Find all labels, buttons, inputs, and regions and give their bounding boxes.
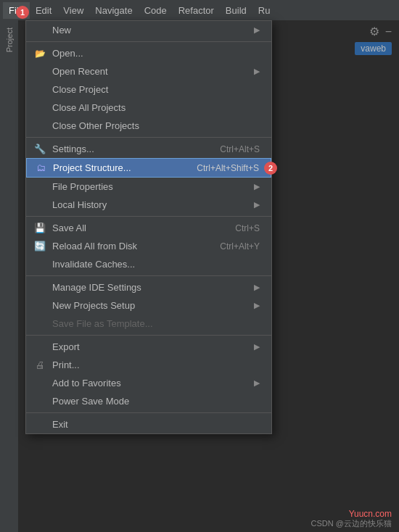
menu-item-settings[interactable]: 🔧 Settings... Ctrl+Alt+S xyxy=(26,140,271,158)
watermark-csdn: CSDN @云边的快乐猫 xyxy=(311,518,392,529)
save-all-shortcut: Ctrl+S xyxy=(221,223,260,233)
menubar-item-file[interactable]: File 1 xyxy=(3,2,30,19)
folder-icon: 📂 xyxy=(33,47,46,60)
settings-shortcut: Ctrl+Alt+S xyxy=(205,144,260,154)
separator-1 xyxy=(26,41,271,42)
file-properties-label: File Properties xyxy=(52,181,113,192)
menu-item-close-other[interactable]: Close Other Projects xyxy=(26,117,271,135)
menubar-item-run[interactable]: Ru xyxy=(252,2,276,19)
top-right-actions: ⚙ − xyxy=(369,25,392,38)
project-name-text: vaweb xyxy=(361,43,386,54)
print-label: Print... xyxy=(52,359,80,370)
menu-bar: File 1 Edit View Navigate Code Refactor … xyxy=(0,0,399,20)
menu-item-new-projects[interactable]: New Projects Setup ▶ xyxy=(26,296,271,315)
project-name-label: vaweb xyxy=(355,42,392,55)
local-history-label: Local History xyxy=(52,199,107,210)
reload-shortcut: Ctrl+Alt+Y xyxy=(205,241,260,252)
export-arrow: ▶ xyxy=(254,342,260,352)
exit-label: Exit xyxy=(52,419,68,430)
project-structure-shortcut: Ctrl+Alt+Shift+S xyxy=(182,163,259,173)
manage-ide-label: Manage IDE Settings xyxy=(52,282,141,293)
watermark-text: Yuucn.com xyxy=(349,509,392,519)
sidebar-project-tab[interactable]: Project xyxy=(1,20,17,59)
new-arrow: ▶ xyxy=(254,25,260,35)
menu-item-close-all[interactable]: Close All Projects xyxy=(26,99,271,117)
open-recent-arrow: ▶ xyxy=(254,67,260,76)
badge-1: 1 xyxy=(16,6,29,19)
menu-item-invalidate[interactable]: Invalidate Caches... xyxy=(26,255,271,273)
save-template-label: Save File as Template... xyxy=(52,318,153,329)
menu-item-reload[interactable]: 🔄 Reload All from Disk Ctrl+Alt+Y xyxy=(26,237,271,255)
new-projects-arrow: ▶ xyxy=(254,301,260,310)
invalidate-label: Invalidate Caches... xyxy=(52,259,135,270)
menu-item-save-all[interactable]: 💾 Save All Ctrl+S xyxy=(26,219,271,237)
reload-icon: 🔄 xyxy=(33,240,46,253)
separator-6 xyxy=(26,412,271,413)
file-dropdown-menu: New ▶ 📂 Open... Open Recent ▶ Close Proj… xyxy=(25,20,272,434)
minimize-icon[interactable]: − xyxy=(385,25,392,38)
open-recent-label: Open Recent xyxy=(52,66,108,77)
sidebar: Project xyxy=(0,20,18,532)
new-label: New xyxy=(52,25,71,36)
menu-item-add-favorites[interactable]: Add to Favorites ▶ xyxy=(26,374,271,392)
gear-icon[interactable]: ⚙ xyxy=(369,25,379,38)
menu-item-open-recent[interactable]: Open Recent ▶ xyxy=(26,62,271,80)
menu-item-file-properties[interactable]: File Properties ▶ xyxy=(26,178,271,196)
menubar-item-build[interactable]: Build xyxy=(220,2,252,19)
export-label: Export xyxy=(52,341,80,352)
reload-label: Reload All from Disk xyxy=(52,241,137,252)
menubar-item-edit[interactable]: Edit xyxy=(30,2,57,19)
menubar-item-code[interactable]: Code xyxy=(139,2,173,19)
local-history-arrow: ▶ xyxy=(254,200,260,209)
save-all-label: Save All xyxy=(52,223,86,233)
menu-item-project-structure[interactable]: 🗂 Project Structure... Ctrl+Alt+Shift+S … xyxy=(26,158,271,178)
menu-item-manage-ide[interactable]: Manage IDE Settings ▶ xyxy=(26,278,271,296)
menu-item-save-template: Save File as Template... xyxy=(26,315,271,333)
project-structure-icon: 🗂 xyxy=(34,162,47,175)
add-favorites-arrow: ▶ xyxy=(254,378,260,388)
badge-2: 2 xyxy=(264,162,277,175)
separator-2 xyxy=(26,137,271,138)
menu-item-power-save[interactable]: Power Save Mode xyxy=(26,392,271,410)
menubar-item-navigate[interactable]: Navigate xyxy=(89,2,138,19)
separator-4 xyxy=(26,275,271,276)
add-favorites-label: Add to Favorites xyxy=(52,378,121,388)
close-project-label: Close Project xyxy=(52,84,108,95)
print-icon: 🖨 xyxy=(33,359,46,372)
close-other-label: Close Other Projects xyxy=(52,120,139,131)
manage-ide-arrow: ▶ xyxy=(254,283,260,292)
save-icon: 💾 xyxy=(33,222,46,235)
menu-item-open[interactable]: 📂 Open... xyxy=(26,44,271,62)
menubar-item-view[interactable]: View xyxy=(57,2,89,19)
file-properties-arrow: ▶ xyxy=(254,182,260,191)
open-label: Open... xyxy=(52,48,83,59)
new-projects-label: New Projects Setup xyxy=(52,300,135,311)
close-all-label: Close All Projects xyxy=(52,102,126,113)
settings-label: Settings... xyxy=(52,144,94,154)
menu-item-close-project[interactable]: Close Project xyxy=(26,80,271,99)
project-structure-label: Project Structure... xyxy=(53,162,131,173)
menu-item-local-history[interactable]: Local History ▶ xyxy=(26,196,271,214)
watermark-csdn-text: CSDN @云边的快乐猫 xyxy=(311,519,392,528)
menu-item-exit[interactable]: Exit xyxy=(26,415,271,433)
separator-5 xyxy=(26,335,271,336)
separator-3 xyxy=(26,216,271,217)
menu-item-new[interactable]: New ▶ xyxy=(26,21,271,39)
menu-item-export[interactable]: Export ▶ xyxy=(26,338,271,356)
menubar-item-refactor[interactable]: Refactor xyxy=(173,2,220,19)
power-save-label: Power Save Mode xyxy=(52,396,129,407)
wrench-icon: 🔧 xyxy=(33,143,46,156)
watermark: Yuucn.com xyxy=(349,509,392,519)
menu-item-print[interactable]: 🖨 Print... xyxy=(26,356,271,374)
